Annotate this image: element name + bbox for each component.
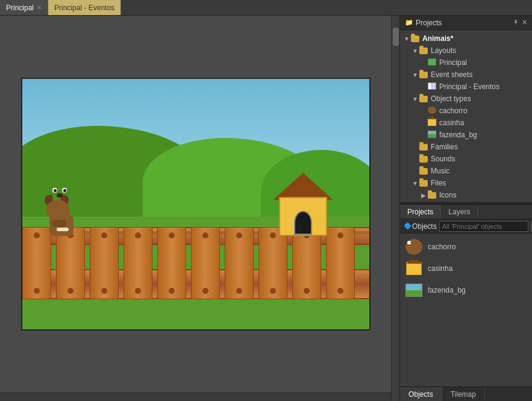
dog-nose [57,193,63,197]
objects-panel-header: 🔷 Objects 🔍 🖈 ✕ [400,219,532,234]
tree-item[interactable]: Families [400,141,532,153]
tree-icon-folder [419,167,429,175]
object-label: casinha [428,264,452,273]
tree-item[interactable]: ▼Event sheets [400,69,532,81]
object-item-casinha[interactable]: casinha [400,258,532,279]
secondary-tab-bar: Projects Layers [400,205,532,219]
tree-label: fazenda_bg [439,131,477,139]
fence-plank [326,227,355,299]
tree-item[interactable]: Music [400,165,532,177]
tree-icon-folder [419,95,429,103]
object-item-fazenda_bg[interactable]: fazenda_bg [400,279,532,301]
projects-header-icons: 🖈 ✕ [513,19,527,26]
project-tree[interactable]: ▼Animais*▼LayoutsPrincipal▼Event sheetsP… [400,30,532,202]
tree-item[interactable]: ▼Files [400,177,532,189]
object-item-cachorro[interactable]: cachorro [400,236,532,258]
fence-plank [90,227,119,299]
tree-icon-eventsheet [428,82,437,91]
object-icon-house [405,260,423,277]
object-label: cachorro [428,243,456,251]
tree-arrow[interactable]: ▼ [411,180,419,187]
tree-label: Files [431,179,446,187]
tree-item[interactable]: fazenda_bg [400,129,532,141]
objects-search-input[interactable] [439,221,528,232]
tab-bar: Principal ✕ Principal - Eventos [0,0,532,16]
projects-header-left: 📁 Projects [405,19,442,27]
objects-list: cachorrocasinhafazenda_bg [400,234,532,387]
house-body [279,197,327,236]
tab-projects[interactable]: Projects [400,205,441,219]
tab-projects-label: Projects [407,208,433,216]
tree-icon-folder [419,155,429,163]
dog-bone [57,228,69,231]
tree-item[interactable]: casinha [400,117,532,129]
editor-corner [383,393,391,401]
tree-arrow[interactable]: ▼ [411,72,419,78]
tree-icon-bg [428,131,437,139]
tree-arrow[interactable]: ▼ [402,36,411,42]
bottom-tab-bar: Objects Tilemap [400,387,532,401]
bottom-tab-tilemap[interactable]: Tilemap [442,387,485,401]
projects-panel-title: Projects [416,19,442,27]
tree-label: Object types [431,95,471,103]
tree-item[interactable]: ▶Icons [400,189,532,201]
tree-icon-folder [411,34,421,43]
main-layout: 📁 Projects 🖈 ✕ ▼Animais*▼LayoutsPrincipa… [0,16,532,401]
tab-principal-close[interactable]: ✕ [37,4,42,11]
tree-label: Event sheets [431,70,472,79]
dog-body [49,215,74,236]
projects-panel-icon: 📁 [405,19,413,26]
tree-item[interactable]: Principal - Eventos [400,81,532,93]
tree-arrow[interactable]: ▶ [419,192,428,199]
objects-panel-icon: 🔷 [404,222,412,230]
projects-panel-header: 📁 Projects 🖈 ✕ [400,16,532,30]
tree-icon-dog [428,107,437,115]
projects-close-button[interactable]: ✕ [522,19,527,26]
editor-bottom-bar [0,393,391,401]
fence-plank [157,227,186,299]
tree-label: Principal [439,58,467,67]
objects-panel: 🔷 Objects 🔍 🖈 ✕ cachorrocasinhafazenda_b… [400,219,532,387]
tree-item[interactable]: Principal [400,57,532,69]
tab-principal-eventos[interactable]: Principal - Eventos [48,0,121,15]
tab-layers[interactable]: Layers [441,205,478,219]
object-icon-bg [405,282,423,299]
tab-principal-label: Principal [6,4,34,12]
tree-item[interactable]: cachorro [400,105,532,117]
bottom-tab-objects[interactable]: Objects [400,387,442,401]
fence-planks [22,227,369,299]
editor-canvas-container[interactable] [0,16,391,393]
tree-item[interactable]: ▼Object types [400,93,532,105]
tree-icon-house [428,119,437,127]
fence-plank [225,227,254,299]
tree-label: Principal - Eventos [439,82,499,91]
tree-item[interactable]: Sounds [400,153,532,165]
fence-plank [56,227,85,299]
editor-vscrollbar[interactable] [391,16,399,401]
dog-eye-right [62,188,67,193]
tree-label: Music [431,167,449,175]
tab-principal[interactable]: Principal ✕ [0,0,48,15]
fence-plank [292,227,321,299]
tree-arrow[interactable]: ▼ [411,48,419,54]
tree-icon-folder [419,143,429,151]
tree-item[interactable]: ▼Animais* [400,33,532,45]
tree-arrow[interactable]: ▼ [411,96,419,102]
tab-layers-label: Layers [448,208,470,216]
tree-label: Animais* [422,34,453,43]
tree-icon-layout [428,58,437,67]
tree-label: casinha [439,119,464,127]
tree-label: Sounds [431,155,455,163]
projects-pin-button[interactable]: 🖈 [513,19,519,26]
tree-label: Layouts [431,46,456,55]
editor-vscrollbar-thumb[interactable] [393,28,399,46]
dog-paw [52,220,66,227]
editor-hscrollbar[interactable] [0,393,383,401]
tree-item[interactable]: ▼Layouts [400,45,532,57]
tree-icon-folder [419,179,429,187]
house-sprite [273,176,333,236]
fence-plank [258,227,287,299]
game-canvas [21,78,371,331]
tree-icon-folder [428,191,437,199]
house-roof [273,173,333,200]
